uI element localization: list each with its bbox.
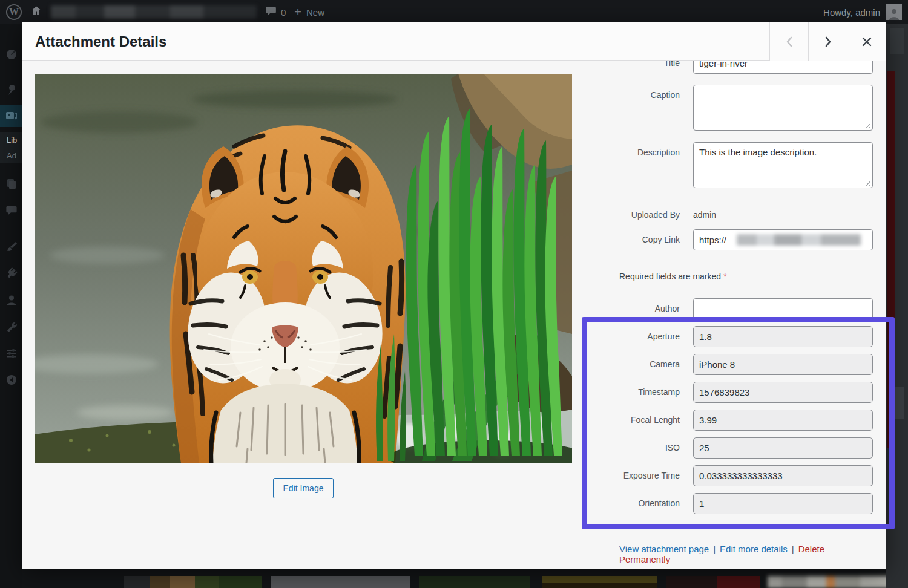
sidebar-item-library[interactable]: Lib xyxy=(0,132,22,148)
copy-link-label: Copy Link xyxy=(584,229,680,244)
collapse-icon[interactable] xyxy=(0,369,22,391)
attachment-fields-panel: Title Caption Description This is the im… xyxy=(584,61,873,569)
background-image-strip xyxy=(887,71,895,448)
admin-bar: W 0 + New Howdy, admin xyxy=(0,0,908,24)
grid-thumbnail-leaves xyxy=(419,576,530,588)
close-icon xyxy=(861,36,872,47)
comments-icon[interactable] xyxy=(0,200,22,221)
link-separator: | xyxy=(713,544,716,554)
required-fields-note: Required fields are marked * xyxy=(619,272,873,284)
next-attachment-button[interactable] xyxy=(808,22,847,61)
author-label: Author xyxy=(584,298,680,313)
camera-input[interactable] xyxy=(693,354,873,375)
users-icon[interactable] xyxy=(0,289,22,311)
modal-header: Attachment Details xyxy=(22,22,886,61)
title-input[interactable] xyxy=(693,61,873,74)
grid-thumbnail-tiger xyxy=(150,576,262,588)
media-grid-bottom-row xyxy=(0,576,908,588)
dashboard-icon[interactable] xyxy=(0,44,22,65)
appearance-icon[interactable] xyxy=(0,236,22,258)
aperture-input[interactable] xyxy=(693,326,873,347)
description-textarea[interactable]: This is the image description. xyxy=(693,142,873,188)
comment-count: 0 xyxy=(281,7,286,18)
modal-title: Attachment Details xyxy=(22,33,166,50)
chevron-right-icon xyxy=(823,35,833,48)
chevron-left-icon xyxy=(785,35,794,48)
grid-thumbnail xyxy=(124,576,150,588)
caption-label: Caption xyxy=(584,85,680,100)
media-icon[interactable] xyxy=(0,105,22,127)
tools-icon[interactable] xyxy=(0,316,22,338)
focal-length-label: Focal Lenght xyxy=(584,410,680,425)
grid-thumbnail-document xyxy=(271,576,410,588)
avatar[interactable] xyxy=(886,4,902,20)
sidebar-item-add-new[interactable]: Ad xyxy=(0,148,22,163)
wordpress-logo[interactable]: W xyxy=(6,4,22,20)
description-label: Description xyxy=(584,142,680,157)
pages-icon[interactable] xyxy=(0,173,22,195)
iso-input[interactable] xyxy=(693,437,873,459)
previous-attachment-button[interactable] xyxy=(769,22,808,61)
comments-bubble-icon[interactable] xyxy=(265,5,277,19)
caption-textarea[interactable] xyxy=(693,85,873,131)
edit-image-button[interactable]: Edit Image xyxy=(273,478,334,498)
link-separator: | xyxy=(792,544,794,554)
timestamp-input[interactable] xyxy=(693,382,873,403)
close-modal-button[interactable] xyxy=(847,22,886,61)
admin-sidebar: Lib Ad xyxy=(0,24,22,588)
home-icon[interactable] xyxy=(30,5,42,19)
attachment-preview-tiger-photo xyxy=(35,74,572,463)
iso-label: ISO xyxy=(584,437,680,452)
new-button[interactable]: New xyxy=(306,7,324,18)
title-label: Title xyxy=(584,61,680,68)
grid-thumbnail-dark-red xyxy=(666,576,760,588)
author-input[interactable] xyxy=(693,298,873,319)
grid-thumbnail-yellow xyxy=(542,576,657,588)
aperture-label: Aperture xyxy=(584,326,680,341)
view-attachment-page-link[interactable]: View attachment page xyxy=(619,544,709,554)
camera-label: Camera xyxy=(584,354,680,369)
plus-icon[interactable]: + xyxy=(294,6,301,18)
settings-icon[interactable] xyxy=(0,342,22,364)
posts-pin-icon[interactable] xyxy=(0,79,22,100)
attachment-details-modal: Attachment Details xyxy=(22,22,886,569)
copy-link-blurred-url xyxy=(737,234,861,246)
exposure-time-label: Exposure Time xyxy=(584,465,680,480)
site-name-blurred[interactable] xyxy=(51,5,257,19)
howdy-greeting[interactable]: Howdy, admin xyxy=(823,7,880,18)
timestamp-label: Timestamp xyxy=(584,382,680,397)
uploaded-by-label: Uploaded By xyxy=(584,204,680,220)
exposure-time-input[interactable] xyxy=(693,465,873,486)
orientation-input[interactable] xyxy=(693,493,873,514)
edit-more-details-link[interactable]: Edit more details xyxy=(720,544,788,554)
required-star: * xyxy=(723,272,726,281)
plugins-icon[interactable] xyxy=(0,263,22,284)
uploaded-by-value: admin xyxy=(693,204,716,220)
focal-length-input[interactable] xyxy=(693,410,873,431)
orientation-label: Orientation xyxy=(584,493,680,508)
